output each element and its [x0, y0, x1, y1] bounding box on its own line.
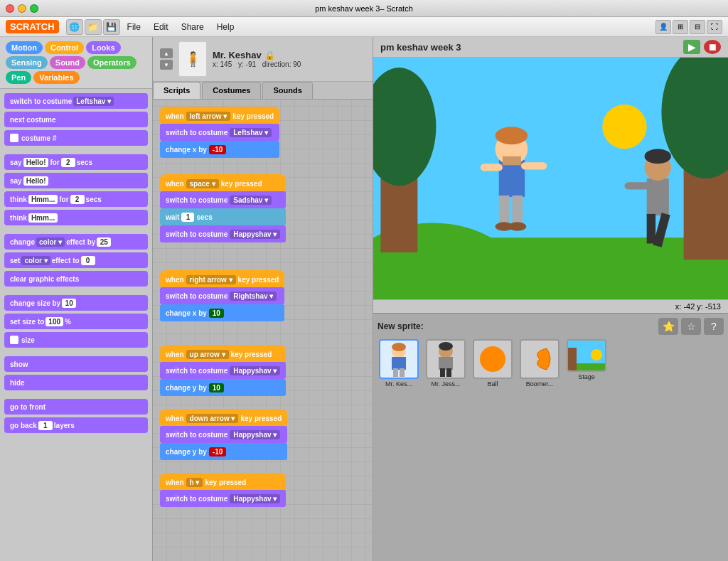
block-switch-costume[interactable]: switch to costume Leftshav ▾: [4, 93, 148, 109]
scripts-panel: ▲ ▼ 🧍 Mr. Keshav 🔒 x: 145 y: -91 directi…: [153, 37, 373, 561]
hat-block-right[interactable]: when right arrow ▾ key pressed: [160, 270, 284, 287]
title-bar: pm keshav week 3– Scratch: [0, 0, 728, 17]
stage-coords: x: -42 y: -513: [373, 299, 728, 313]
block-change-x-pos10[interactable]: change x by 10: [160, 304, 284, 321]
folder-icon[interactable]: 📁: [85, 19, 102, 35]
cat-control[interactable]: Control: [45, 41, 84, 54]
sprite-camera-button[interactable]: ?: [704, 318, 724, 335]
block-say-for[interactable]: say Hello! for 2 secs: [4, 154, 148, 170]
sprite-thumb-mr-keshav[interactable]: Mr. Kes...: [378, 339, 420, 388]
save-icon[interactable]: 💾: [103, 19, 120, 35]
block-change-x-neg10[interactable]: change x by -10: [160, 141, 279, 158]
sprite-img-ball: [473, 339, 513, 379]
block-switch-happy4[interactable]: switch to costume Happyshav ▾: [160, 490, 286, 507]
block-go-front[interactable]: go to front: [4, 399, 148, 415]
main-layout: Motion Control Looks Sensing Sound Opera…: [0, 37, 728, 561]
sprite-img-mr-keshav: [379, 339, 419, 379]
menu-file[interactable]: File: [122, 20, 146, 34]
hat-block-h[interactable]: when h ▾ key pressed: [160, 473, 286, 490]
tab-scripts[interactable]: Scripts: [153, 82, 200, 99]
script-left-arrow: when left arrow ▾ key pressed switch to …: [160, 107, 279, 158]
block-switch-happy3[interactable]: switch to costume Happyshav ▾: [160, 426, 287, 443]
sprite-thumb-stage[interactable]: Stage: [565, 339, 608, 388]
block-costume-num[interactable]: costume #: [4, 130, 148, 146]
block-next-costume[interactable]: next costume: [4, 112, 148, 127]
sprite-thumb-ball[interactable]: Ball: [471, 339, 514, 388]
cat-looks[interactable]: Looks: [86, 41, 120, 54]
checkbox-icon: [10, 336, 18, 344]
view-expand-icon[interactable]: ⛶: [707, 20, 722, 34]
sprite-nav-down[interactable]: ▼: [160, 60, 173, 70]
svg-rect-33: [440, 368, 445, 377]
block-go-back[interactable]: go back 1 layers: [4, 417, 148, 433]
block-switch-happyshav[interactable]: switch to costume Happyshav ▾: [160, 225, 286, 242]
cat-operators[interactable]: Operators: [87, 56, 136, 69]
stage-thumb-svg: [568, 341, 606, 372]
sprite-paint-button[interactable]: ☆: [681, 318, 701, 335]
hat-block-up[interactable]: when up arrow ▾ key pressed: [160, 345, 286, 362]
block-switch-leftshav[interactable]: switch to costume Leftshav ▾: [160, 124, 279, 141]
view-grid-icon[interactable]: ⊟: [690, 20, 705, 34]
sprite-nav-up[interactable]: ▲: [160, 48, 173, 58]
block-hide[interactable]: hide: [4, 375, 148, 390]
block-size[interactable]: size: [4, 332, 148, 348]
minimize-button[interactable]: [18, 4, 26, 13]
cat-sound[interactable]: Sound: [50, 56, 85, 69]
block-wait-1[interactable]: wait 1 secs: [160, 208, 286, 225]
category-buttons: Motion Control Looks Sensing Sound Opera…: [0, 37, 152, 89]
hat-block-down[interactable]: when down arrow ▾ key pressed: [160, 409, 287, 426]
close-button[interactable]: [6, 4, 14, 13]
svg-rect-12: [503, 156, 521, 165]
block-switch-sadshav[interactable]: switch to costume Sadshav ▾: [160, 191, 286, 208]
block-switch-rightshav[interactable]: switch to costume Rightshav ▾: [160, 287, 284, 304]
svg-rect-14: [521, 162, 547, 169]
cat-variables[interactable]: Variables: [33, 71, 79, 84]
block-change-y-neg10[interactable]: change y by -10: [160, 443, 287, 460]
block-change-size[interactable]: change size by 10: [4, 295, 148, 311]
svg-rect-3: [373, 237, 728, 299]
sprite-star-button[interactable]: ⭐: [658, 318, 678, 335]
sprite-thumb-mr-jesse[interactable]: Mr. Jess...: [424, 339, 467, 388]
sprite-add-buttons: ⭐ ☆ ?: [658, 318, 724, 335]
menu-share[interactable]: Share: [176, 20, 210, 34]
sprite-thumb-boomer[interactable]: Boomer...: [518, 339, 561, 388]
block-switch-happy2[interactable]: switch to costume Happyshav ▾: [160, 362, 286, 379]
script-down-arrow: when down arrow ▾ key pressed switch to …: [160, 409, 287, 460]
scripts-canvas[interactable]: when left arrow ▾ key pressed switch to …: [153, 100, 373, 561]
block-change-y-pos10[interactable]: change y by 10: [160, 379, 286, 396]
view-person-icon[interactable]: 👤: [655, 20, 671, 34]
block-show[interactable]: show: [4, 356, 148, 372]
sprite-nav: ▲ ▼: [160, 48, 173, 70]
cat-pen[interactable]: Pen: [6, 71, 31, 84]
hat-block-left[interactable]: when left arrow ▾ key pressed: [160, 107, 279, 124]
green-flag-button[interactable]: ▶: [683, 40, 700, 54]
stage-controls: ▶ ⏹: [683, 40, 721, 54]
new-sprite-label: New sprite:: [378, 321, 424, 331]
sprite-details: Mr. Keshav 🔒 x: 145 y: -91 direction: 90: [213, 50, 301, 68]
view-list-icon[interactable]: ⊞: [673, 20, 688, 34]
stop-button[interactable]: ⏹: [704, 40, 721, 54]
block-think[interactable]: think Hmm...: [4, 210, 148, 225]
cat-sensing[interactable]: Sensing: [6, 56, 48, 69]
block-set-effect[interactable]: set color ▾ effect to 0: [4, 252, 148, 268]
sprite-boomer-svg: [525, 345, 554, 373]
globe-icon[interactable]: 🌐: [66, 19, 83, 35]
block-set-size[interactable]: set size to 100 %: [4, 314, 148, 329]
lock-icon: 🔒: [264, 50, 275, 60]
block-think-for[interactable]: think Hmm... for 2 secs: [4, 191, 148, 207]
script-up-arrow: when up arrow ▾ key pressed switch to co…: [160, 345, 286, 396]
menu-edit[interactable]: Edit: [148, 20, 174, 34]
menu-help[interactable]: Help: [211, 20, 240, 34]
block-say[interactable]: say Hello!: [4, 173, 148, 188]
block-change-effect[interactable]: change color ▾ effect by 25: [4, 234, 148, 250]
tab-sounds[interactable]: Sounds: [262, 82, 312, 99]
svg-rect-22: [624, 182, 650, 189]
maximize-button[interactable]: [30, 4, 38, 13]
block-clear-effects[interactable]: clear graphic effects: [4, 271, 148, 287]
sprite-img-boomer: [520, 339, 560, 379]
cat-motion[interactable]: Motion: [6, 41, 43, 54]
sprite-img-mr-jesse: [426, 339, 466, 379]
tab-costumes[interactable]: Costumes: [202, 82, 261, 99]
hat-block-space[interactable]: when space ▾ key pressed: [160, 174, 286, 191]
svg-rect-19: [647, 178, 669, 215]
